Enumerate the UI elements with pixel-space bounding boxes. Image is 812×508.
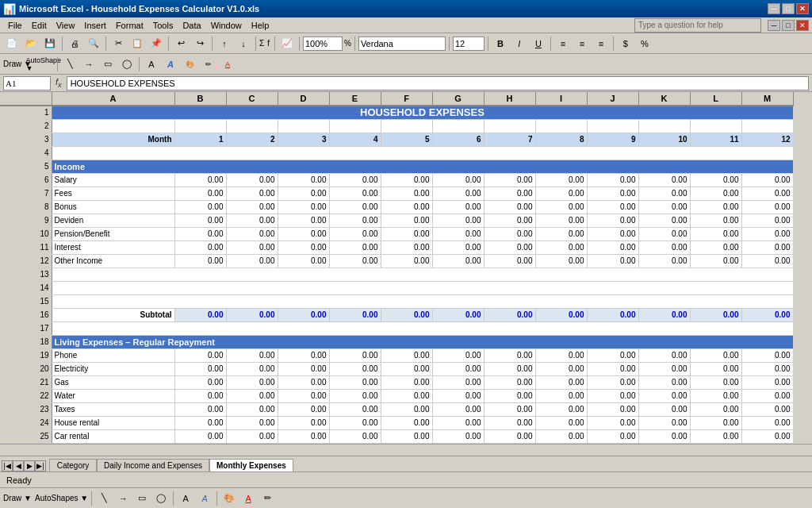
pension-2[interactable]: 0.00 <box>226 227 278 241</box>
col-f-header[interactable]: F <box>381 92 432 106</box>
interest-11[interactable]: 0.00 <box>690 241 741 254</box>
fees-10[interactable]: 0.00 <box>638 187 690 200</box>
gas-5[interactable]: 0.00 <box>381 375 432 389</box>
houserental-6[interactable]: 0.00 <box>432 416 484 429</box>
phone-9[interactable]: 0.00 <box>587 348 638 362</box>
bonus-2[interactable]: 0.00 <box>226 200 278 214</box>
water-3[interactable]: 0.00 <box>278 389 329 402</box>
r2c[interactable] <box>226 119 278 133</box>
inc-sub-2[interactable]: 0.00 <box>226 308 278 321</box>
inc-sub-1[interactable]: 0.00 <box>174 308 226 321</box>
elec-8[interactable]: 0.00 <box>535 362 587 375</box>
close-button[interactable]: ✕ <box>796 3 809 14</box>
gas-1[interactable]: 0.00 <box>174 375 226 389</box>
pension-10[interactable]: 0.00 <box>638 227 690 241</box>
line-button[interactable]: ╲ <box>61 56 79 72</box>
taxes-2[interactable]: 0.00 <box>226 402 278 416</box>
sort-desc-button[interactable]: ↓ <box>235 36 252 52</box>
deviden-2[interactable]: 0.00 <box>226 214 278 227</box>
col-h-header[interactable]: H <box>484 92 535 106</box>
sheet-first-button[interactable]: |◀ <box>2 460 13 471</box>
sheet-prev-button[interactable]: ◀ <box>13 460 24 471</box>
r2k[interactable] <box>638 119 690 133</box>
oval-button[interactable]: ◯ <box>118 56 136 72</box>
bwordart-button[interactable]: A <box>196 491 213 506</box>
houserental-2[interactable]: 0.00 <box>226 416 278 429</box>
carrental-11[interactable]: 0.00 <box>690 429 741 443</box>
water-9[interactable]: 0.00 <box>587 389 638 402</box>
bonus-12[interactable]: 0.00 <box>741 200 793 214</box>
interest-10[interactable]: 0.00 <box>638 241 690 254</box>
taxes-8[interactable]: 0.00 <box>535 402 587 416</box>
month-12[interactable]: 12 <box>741 133 793 146</box>
otherinc-9[interactable]: 0.00 <box>587 254 638 267</box>
col-b-header[interactable]: B <box>174 92 226 106</box>
water-11[interactable]: 0.00 <box>690 389 741 402</box>
inc-sub-4[interactable]: 0.00 <box>329 308 381 321</box>
menu-window[interactable]: Window <box>206 19 247 32</box>
font-input[interactable] <box>358 37 446 51</box>
water-5[interactable]: 0.00 <box>381 389 432 402</box>
elec-3[interactable]: 0.00 <box>278 362 329 375</box>
carrental-9[interactable]: 0.00 <box>587 429 638 443</box>
salary-11[interactable]: 0.00 <box>690 173 741 187</box>
month-7[interactable]: 7 <box>484 133 535 146</box>
salary-2[interactable]: 0.00 <box>226 173 278 187</box>
carrental-8[interactable]: 0.00 <box>535 429 587 443</box>
bonus-11[interactable]: 0.00 <box>690 200 741 214</box>
carrental-1[interactable]: 0.00 <box>174 429 226 443</box>
tab-category[interactable]: Category <box>49 459 97 471</box>
pension-5[interactable]: 0.00 <box>381 227 432 241</box>
phone-6[interactable]: 0.00 <box>432 348 484 362</box>
deviden-4[interactable]: 0.00 <box>329 214 381 227</box>
h-scrollbar[interactable] <box>0 444 812 456</box>
bonus-label[interactable]: Bonus <box>52 200 174 214</box>
col-g-header[interactable]: G <box>432 92 484 106</box>
tab-monthly[interactable]: Monthly Expenses <box>209 459 293 471</box>
houserental-11[interactable]: 0.00 <box>690 416 741 429</box>
tab-daily[interactable]: Daily Income and Expenses <box>97 459 209 471</box>
elec-6[interactable]: 0.00 <box>432 362 484 375</box>
pension-4[interactable]: 0.00 <box>329 227 381 241</box>
interest-12[interactable]: 0.00 <box>741 241 793 254</box>
app-restore-button[interactable]: □ <box>782 20 795 31</box>
arrow-button[interactable]: → <box>80 56 98 72</box>
phone-5[interactable]: 0.00 <box>381 348 432 362</box>
salary-8[interactable]: 0.00 <box>535 173 587 187</box>
gas-10[interactable]: 0.00 <box>638 375 690 389</box>
houserental-3[interactable]: 0.00 <box>278 416 329 429</box>
inc-sub-11[interactable]: 0.00 <box>690 308 741 321</box>
phone-2[interactable]: 0.00 <box>226 348 278 362</box>
fees-3[interactable]: 0.00 <box>278 187 329 200</box>
gas-label[interactable]: Gas <box>52 375 174 389</box>
maximize-button[interactable]: □ <box>782 3 795 14</box>
interest-9[interactable]: 0.00 <box>587 241 638 254</box>
water-6[interactable]: 0.00 <box>432 389 484 402</box>
fees-12[interactable]: 0.00 <box>741 187 793 200</box>
deviden-10[interactable]: 0.00 <box>638 214 690 227</box>
save-button[interactable]: 💾 <box>41 36 59 52</box>
menu-edit[interactable]: Edit <box>27 19 52 32</box>
month-9[interactable]: 9 <box>587 133 638 146</box>
taxes-7[interactable]: 0.00 <box>484 402 535 416</box>
r4-empty[interactable] <box>52 146 793 160</box>
rect-button[interactable]: ▭ <box>99 56 117 72</box>
zoom-input[interactable] <box>303 37 343 51</box>
menu-view[interactable]: View <box>52 19 80 32</box>
percent-button[interactable]: % <box>636 36 653 52</box>
r15-empty[interactable] <box>52 294 793 308</box>
month-8[interactable]: 8 <box>535 133 587 146</box>
pension-11[interactable]: 0.00 <box>690 227 741 241</box>
pension-7[interactable]: 0.00 <box>484 227 535 241</box>
taxes-11[interactable]: 0.00 <box>690 402 741 416</box>
bonus-10[interactable]: 0.00 <box>638 200 690 214</box>
menu-file[interactable]: File <box>3 19 27 32</box>
month-2[interactable]: 2 <box>226 133 278 146</box>
minimize-button[interactable]: ─ <box>768 3 780 14</box>
carrental-6[interactable]: 0.00 <box>432 429 484 443</box>
pension-label[interactable]: Pension/Benefit <box>52 227 174 241</box>
currency-button[interactable]: $ <box>617 36 634 52</box>
phone-12[interactable]: 0.00 <box>741 348 793 362</box>
water-7[interactable]: 0.00 <box>484 389 535 402</box>
month-4[interactable]: 4 <box>329 133 381 146</box>
